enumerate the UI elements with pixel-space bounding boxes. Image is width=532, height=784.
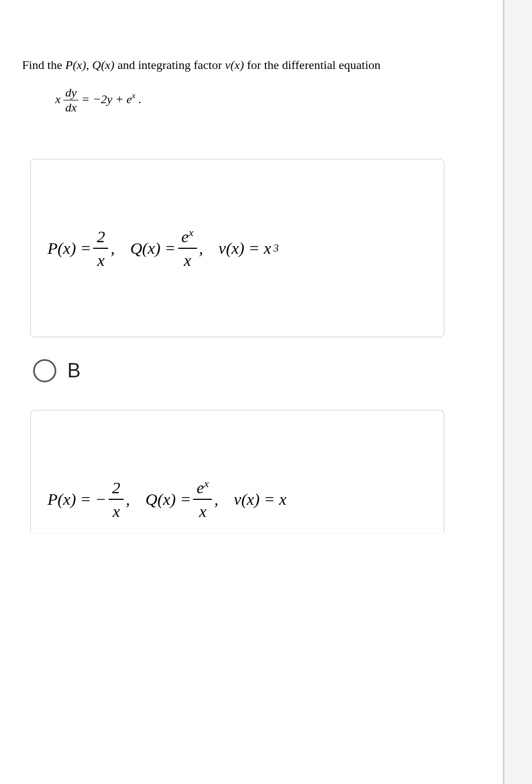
- answer-option-a-card[interactable]: P(x) = 2 x , Q(x) = ex x , v(x) = x3: [30, 159, 444, 337]
- option-b-label: B: [67, 359, 81, 382]
- v-of-x: v(x): [225, 58, 244, 72]
- a-v-lhs: v(x) = x: [219, 239, 271, 258]
- q-of-x: Q(x): [92, 58, 114, 72]
- a-p-num: 2: [93, 226, 108, 249]
- eq-dydx: dy dx: [63, 86, 78, 115]
- a-comma2: ,: [199, 239, 204, 258]
- b-v-lhs: v(x) = x: [234, 490, 286, 509]
- a-p-lhs: P(x) =: [47, 239, 91, 258]
- a-comma1: ,: [110, 239, 115, 258]
- answer-a-math: P(x) = 2 x , Q(x) = ex x , v(x) = x3: [47, 226, 427, 270]
- question-content: Find the P(x), Q(x) and integrating fact…: [0, 0, 475, 532]
- a-q-frac: ex x: [178, 226, 197, 270]
- eq-dx: dx: [63, 100, 78, 115]
- option-b-row[interactable]: B: [33, 359, 453, 382]
- prompt-prefix: Find the: [22, 58, 65, 72]
- answer-option-b-card[interactable]: P(x) = − 2 x , Q(x) = ex x , v(x) = x: [30, 410, 444, 532]
- eq-rhs: = −2y + e: [82, 92, 132, 106]
- b-q-num: ex: [193, 477, 212, 500]
- a-p-frac: 2 x: [93, 226, 108, 270]
- a-v-sup: 3: [273, 242, 279, 254]
- a-q-num: ex: [178, 226, 197, 249]
- b-p-lhs: P(x) = −: [47, 490, 107, 509]
- b-p-den: x: [109, 500, 123, 521]
- b-p-frac: 2 x: [109, 477, 124, 521]
- radio-button-b[interactable]: [33, 359, 56, 382]
- answer-b-math: P(x) = − 2 x , Q(x) = ex x , v(x) = x: [47, 477, 427, 521]
- b-q-lhs: Q(x) =: [146, 490, 191, 509]
- b-q-e: e: [196, 478, 204, 497]
- differential-equation: x dy dx = −2y + ex .: [55, 86, 453, 115]
- a-q-e: e: [182, 227, 189, 246]
- p-of-x: P(x): [65, 58, 86, 72]
- eq-dy: dy: [63, 86, 78, 100]
- page-margin-right: [504, 0, 532, 784]
- eq-period: .: [135, 92, 141, 106]
- prompt-mid2: for the differential equation: [244, 58, 381, 72]
- question-prompt: Find the P(x), Q(x) and integrating fact…: [22, 55, 453, 74]
- page-edge-line: [503, 0, 504, 784]
- b-q-sup: x: [204, 478, 209, 489]
- b-p-num: 2: [109, 477, 124, 500]
- b-comma1: ,: [126, 490, 130, 509]
- b-comma2: ,: [214, 490, 219, 509]
- a-q-sup: x: [189, 227, 194, 238]
- prompt-mid1: and integrating factor: [114, 58, 225, 72]
- b-q-frac: ex x: [193, 477, 212, 521]
- a-q-lhs: Q(x) =: [130, 239, 176, 258]
- eq-x: x: [55, 92, 61, 106]
- a-q-den: x: [180, 249, 194, 270]
- b-q-den: x: [196, 500, 210, 521]
- a-p-den: x: [94, 249, 108, 270]
